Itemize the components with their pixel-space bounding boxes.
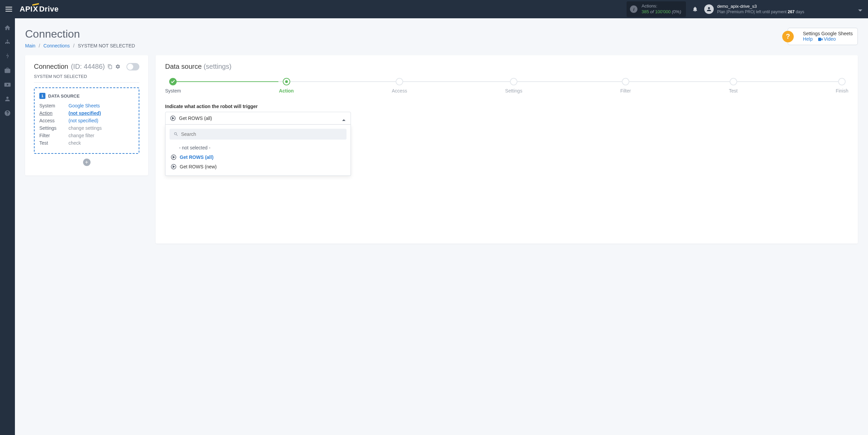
user-icon[interactable] [4, 96, 11, 102]
enable-toggle[interactable] [126, 63, 139, 70]
page-title: Connection [25, 28, 135, 40]
datasource-number: 1 [39, 93, 45, 99]
user-menu[interactable]: demo_apix-drive_s3 Plan |Premium PRO| le… [704, 4, 804, 15]
connection-label: Connection [34, 63, 68, 70]
step-finish-dot[interactable] [838, 78, 846, 85]
actions-total: 100'000 [655, 9, 671, 14]
breadcrumb-main[interactable]: Main [25, 43, 35, 48]
option-get-rows-all[interactable]: Get ROWS (all) [170, 152, 347, 162]
action-select[interactable]: Get ROWS (all) [165, 112, 351, 125]
avatar-icon [704, 4, 714, 14]
action-value[interactable]: (not specified) [68, 110, 101, 116]
topbar: API X Drive i Actions: 385 of 100'000 (0… [0, 0, 868, 18]
add-button[interactable]: + [83, 159, 91, 166]
test-value[interactable]: check [68, 140, 81, 146]
logo-x: X [33, 5, 38, 14]
info-icon: i [630, 5, 637, 13]
video-icon [818, 37, 823, 42]
home-icon[interactable] [4, 24, 11, 31]
connection-panel: Connection (ID: 44486) SYSTEM NOT SELECT… [25, 55, 148, 175]
logo-drive: Drive [39, 5, 59, 14]
stepper: System Action Access Settings Filter Tes… [165, 78, 848, 94]
action-prompt: Indicate what action the robot will trig… [165, 104, 848, 109]
youtube-icon[interactable] [4, 81, 11, 88]
help-link[interactable]: Help [803, 36, 813, 42]
chevron-down-icon[interactable] [858, 8, 863, 11]
step-action-dot[interactable] [283, 78, 290, 85]
briefcase-icon[interactable] [4, 67, 11, 74]
help-title: Settings Google Sheets [803, 31, 853, 36]
play-icon [170, 116, 176, 121]
action-dropdown: - not selected - Get ROWS (all) Get ROWS… [165, 125, 351, 176]
step-access-dot[interactable] [396, 78, 403, 85]
search-input[interactable] [181, 131, 342, 137]
connection-id: (ID: 44486) [71, 63, 105, 70]
breadcrumb-current: SYSTEM NOT SELECTED [78, 43, 135, 48]
actions-label: Actions: [642, 3, 681, 9]
datasource-settings-panel: Data source (settings) System Action Acc… [156, 55, 858, 244]
step-settings-dot[interactable] [510, 78, 517, 85]
logo[interactable]: API X Drive [20, 5, 59, 14]
step-access: Access [392, 88, 407, 94]
help-icon[interactable] [4, 110, 11, 117]
step-filter-dot[interactable] [622, 78, 629, 85]
dollar-icon[interactable] [4, 53, 11, 60]
actions-current: 385 [642, 9, 649, 14]
actions-usage[interactable]: i Actions: 385 of 100'000 (0%) [627, 1, 686, 17]
settings-value[interactable]: change settings [68, 125, 102, 131]
video-link[interactable]: Video [818, 36, 836, 42]
copy-icon[interactable] [107, 64, 113, 69]
option-get-rows-new[interactable]: Get ROWS (new) [170, 162, 347, 171]
play-icon [171, 164, 176, 169]
system-value[interactable]: Google Sheets [68, 103, 100, 108]
plan-name: Premium PRO [727, 9, 753, 14]
chevron-up-icon [342, 117, 346, 120]
filter-value[interactable]: change filter [68, 133, 94, 138]
logo-api: API [20, 5, 33, 14]
bell-icon[interactable] [692, 6, 698, 13]
breadcrumb: Main / Connections / SYSTEM NOT SELECTED [25, 43, 135, 48]
access-value[interactable]: (not specified) [68, 118, 98, 123]
step-test-dot[interactable] [730, 78, 737, 85]
step-action: Action [279, 88, 294, 94]
svg-rect-0 [818, 38, 821, 41]
search-row [170, 129, 347, 140]
actions-percent: (0%) [671, 9, 681, 14]
sitemap-icon[interactable] [4, 39, 11, 45]
datasource-title: DATA SOURCE [48, 94, 80, 99]
plan-days: 267 [788, 9, 794, 14]
step-filter: Filter [620, 88, 631, 94]
help-box: ? Settings Google Sheets Help Video [788, 28, 858, 45]
breadcrumb-connections[interactable]: Connections [43, 43, 70, 48]
selected-action: Get ROWS (all) [179, 116, 212, 121]
step-settings: Settings [505, 88, 522, 94]
step-test: Test [729, 88, 738, 94]
step-system-dot[interactable] [169, 78, 177, 85]
option-none[interactable]: - not selected - [170, 143, 347, 152]
sidebar [0, 18, 15, 435]
step-finish: Finish [836, 88, 848, 94]
gear-icon[interactable] [115, 64, 120, 69]
search-icon [174, 132, 178, 137]
play-icon [171, 154, 176, 160]
system-status: SYSTEM NOT SELECTED [34, 74, 139, 83]
help-badge-icon[interactable]: ? [782, 31, 794, 42]
datasource-box: 1 DATA SOURCE SystemGoogle Sheets Action… [34, 87, 139, 154]
step-system: System [165, 88, 181, 94]
panel-title: Data source [165, 63, 203, 70]
menu-icon[interactable] [5, 7, 12, 12]
user-name: demo_apix-drive_s3 [717, 4, 804, 9]
